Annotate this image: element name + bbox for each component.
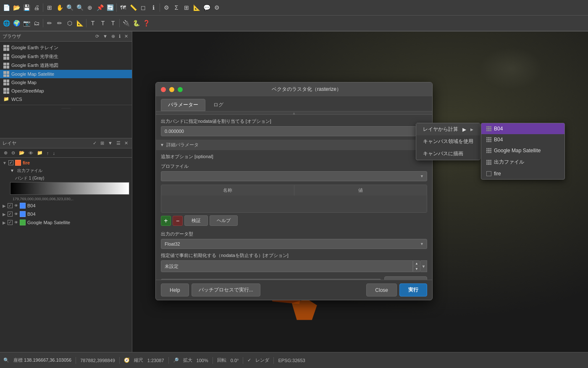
browser-item-google-earth-terrain[interactable]: Google Earth テレイン — [0, 43, 132, 52]
b04-1-expand[interactable]: ▶ — [3, 204, 6, 208]
b04-2-check[interactable]: ✓ — [8, 212, 13, 217]
layer-close-icon[interactable]: ✕ — [123, 140, 129, 146]
pencil-icon[interactable]: ✏ — [55, 19, 64, 28]
hex-icon[interactable]: ⬡ — [65, 19, 74, 28]
init-input[interactable] — [161, 260, 413, 272]
tab-parameters[interactable]: パラメーター — [161, 99, 205, 111]
profile-select[interactable] — [161, 171, 427, 181]
detail-section-header[interactable]: ▼ 詳細パラメータ — [156, 140, 432, 150]
context-menu-item-calc-layer[interactable]: レイヤから計算 ▶ — [416, 123, 480, 135]
layer-check-icon[interactable]: ✓ — [92, 140, 98, 146]
browser-item-google-earth-optical[interactable]: Google Earth 光学衛生 — [0, 52, 132, 61]
browser-item-osm[interactable]: OpenStreetMap — [0, 87, 132, 95]
nodata-input[interactable]: 0.000000 — [161, 126, 416, 136]
layer-expand-all-icon[interactable]: ⊞ — [99, 140, 105, 146]
layer-item-fire[interactable]: ▼ ✓ fire — [0, 159, 132, 167]
remove-row-button[interactable]: − — [173, 216, 183, 226]
verify-button[interactable]: 検証 — [184, 215, 208, 226]
tab-log[interactable]: ログ — [206, 99, 231, 111]
layer-down-icon[interactable]: ↓ — [52, 150, 57, 156]
coord-value[interactable]: 138.196667,36.103056 — [24, 357, 71, 363]
output-expand[interactable]: ▼ — [10, 168, 14, 173]
minimize-button-tl[interactable] — [169, 87, 174, 92]
layer-item-b04-1[interactable]: ▶ ✓ 👁 B04 — [0, 201, 132, 210]
gms-visible-icon[interactable]: 👁 — [14, 220, 18, 225]
layer-item-gms[interactable]: ▶ ✓ 👁 Google Map Satellite — [0, 218, 132, 227]
zoom-plus-icon[interactable]: ⊕ — [85, 3, 94, 12]
browser-item-google-map[interactable]: Google Map — [0, 78, 132, 87]
sub-menu-item-b04-2[interactable]: B04 — [481, 134, 564, 145]
init-spin-up[interactable]: ▲ — [413, 260, 420, 266]
earth-icon[interactable]: 🌍 — [12, 19, 21, 28]
add-row-button[interactable]: + — [161, 216, 171, 226]
identify-icon[interactable]: ℹ — [149, 3, 158, 12]
zoom-out-icon[interactable]: 🔍 — [75, 3, 84, 12]
layer-options-icon[interactable]: ☰ — [115, 140, 122, 146]
fire-expand-icon[interactable]: ▼ — [3, 161, 7, 165]
help-icon[interactable]: ❓ — [142, 19, 151, 28]
sub-menu-item-gms[interactable]: Google Map Satellite — [481, 145, 564, 156]
camera-icon[interactable]: 📷 — [22, 19, 31, 28]
browser-item-google-map-satellite[interactable]: Google Map Satellite — [0, 70, 132, 78]
globe-icon[interactable]: 🌐 — [2, 19, 11, 28]
browser-add-icon[interactable]: ⊕ — [110, 33, 116, 40]
close-button-tl[interactable] — [161, 87, 166, 92]
b04-1-check[interactable]: ✓ — [8, 203, 13, 208]
new-file-icon[interactable]: 📄 — [2, 3, 11, 12]
layer-open-icon[interactable]: 📂 — [18, 150, 26, 156]
layer-add-icon[interactable]: ⊕ — [3, 150, 9, 156]
browser-filter-icon[interactable]: ▼ — [102, 33, 109, 40]
browser-refresh-icon[interactable]: ⟳ — [94, 33, 100, 40]
layer-up-icon[interactable]: ↑ — [45, 150, 50, 156]
refresh-icon[interactable]: 🔄 — [105, 3, 115, 12]
layer-icon[interactable]: 🗂 — [32, 19, 41, 28]
layer-sub-band[interactable]: バンド 1 (Gray) — [0, 175, 132, 182]
text-label-icon[interactable]: T — [88, 19, 97, 28]
print-icon[interactable]: 🖨 — [32, 3, 41, 12]
init-spin-down[interactable]: ▼ — [413, 266, 420, 272]
settings-icon[interactable]: ⚙ — [212, 3, 221, 12]
comment-icon[interactable]: 💬 — [202, 3, 211, 12]
crs-value[interactable]: EPSG:32653 — [278, 358, 305, 363]
close-button[interactable]: Close — [366, 283, 397, 297]
table-icon[interactable]: ⊞ — [182, 3, 191, 12]
b04-2-expand[interactable]: ▶ — [3, 212, 6, 217]
layer-item-b04-2[interactable]: ▶ ✓ 👁 B04 — [0, 210, 132, 218]
context-menu-item-canvas-area[interactable]: キャンバス領域を使用 — [416, 135, 480, 148]
help-sm-button[interactable]: ヘルプ — [210, 215, 238, 226]
b04-1-visible-icon[interactable]: 👁 — [14, 204, 18, 208]
sigma-icon[interactable]: Σ — [172, 3, 181, 12]
measure-icon[interactable]: 📏 — [129, 3, 138, 12]
grid-icon[interactable]: ⊞ — [45, 3, 54, 12]
ruler-icon[interactable]: 📐 — [192, 3, 201, 12]
draw-icon[interactable]: 📐 — [75, 19, 84, 28]
sub-menu-item-fire[interactable]: fire — [481, 168, 564, 179]
layer-remove-icon[interactable]: ⊖ — [10, 150, 16, 156]
sub-menu-item-output[interactable]: 出力ファイル — [481, 156, 564, 168]
open-icon[interactable]: 📂 — [12, 3, 21, 12]
help-button[interactable]: Help — [161, 283, 189, 297]
layer-vis-icon[interactable]: 👁 — [27, 150, 34, 156]
layer-sub-output[interactable]: ▼ 出力ファイル — [0, 167, 132, 175]
save-icon[interactable]: 💾 — [22, 3, 31, 12]
browser-close-icon[interactable]: ✕ — [123, 33, 129, 40]
sub-menu-item-b04-1[interactable]: B04 — [481, 123, 564, 134]
context-menu-item-canvas-draw[interactable]: キャンバスに描画 — [416, 148, 480, 160]
output-type-select[interactable]: Float32 — [161, 239, 427, 249]
layer-filter-icon[interactable]: ▼ — [107, 140, 114, 146]
layer-group-icon[interactable]: 📁 — [36, 150, 44, 156]
edit-icon[interactable]: ✏ — [45, 19, 54, 28]
map-icon[interactable]: 🗺 — [118, 3, 128, 12]
browser-info-icon[interactable]: ℹ — [118, 33, 122, 40]
annotation-icon[interactable]: T — [108, 19, 118, 28]
dialog-scroll[interactable]: ▲ 出力バンドに指定nodata値を割り当てる [オプション] 0.000000… — [156, 111, 432, 280]
fire-check[interactable]: ✓ — [8, 160, 13, 165]
maximize-button-tl[interactable] — [178, 87, 183, 92]
b04-2-visible-icon[interactable]: 👁 — [14, 212, 18, 216]
browser-item-google-earth-road[interactable]: Google Earth 道路地図 — [0, 61, 132, 70]
scale-value[interactable]: 1:23087 — [147, 358, 164, 363]
zoom-in-icon[interactable]: 🔍 — [65, 3, 74, 12]
select-icon[interactable]: ◻ — [139, 3, 148, 12]
gms-check[interactable]: ✓ — [8, 220, 13, 225]
batch-button[interactable]: バッチプロセスで実行... — [192, 283, 260, 297]
